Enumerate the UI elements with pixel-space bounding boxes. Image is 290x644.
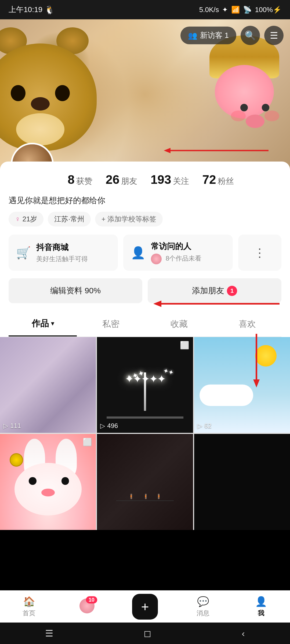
wifi-icon: 📡	[243, 6, 252, 14]
works-grid: ▷ 111 ✦✦✦✦✦ ✦✦✦ ✦✦ ⬜ ▷ 496 ▷ 62	[0, 337, 290, 530]
stat-friends[interactable]: 26 朋友	[106, 172, 137, 187]
service-visitors-subtitle: 8个作品未看	[151, 254, 201, 264]
video-icon-2: ⬜	[180, 341, 189, 350]
search-icon: 🔍	[245, 30, 256, 41]
pig-eye-right	[262, 104, 269, 111]
visitor-label: 新访客 1	[200, 30, 229, 41]
nav-messages-label: 消息	[197, 609, 209, 617]
play-num-2: 496	[107, 422, 118, 430]
likes-count: 8	[68, 172, 75, 187]
add-friend-label: 添加朋友	[192, 285, 224, 296]
service-shop-info: 抖音商城 美好生活触手可得	[36, 242, 88, 263]
tab-works[interactable]: 作品 ▾	[9, 312, 77, 336]
message-icon: 💬	[197, 596, 209, 607]
following-label: 关注	[173, 176, 189, 187]
play-icon-1: ▷	[3, 422, 8, 430]
header-nav: 👥 新访客 1 🔍 ☰	[180, 26, 284, 45]
dropdown-icon: ▾	[51, 320, 54, 327]
sys-home-icon: ◻	[144, 628, 151, 639]
nav-home-label: 首页	[23, 609, 35, 617]
pig-cheek-left	[231, 111, 246, 121]
service-visitors[interactable]: 👤 常访问的人 8个作品未看	[123, 235, 233, 271]
grid-item-2[interactable]: ✦✦✦✦✦ ✦✦✦ ✦✦ ⬜ ▷ 496	[97, 337, 193, 433]
grid-item-5[interactable]	[97, 434, 193, 530]
qq-icon: 🐧	[45, 5, 55, 14]
edit-profile-button[interactable]: 编辑资料 90%	[9, 278, 142, 303]
following-count: 193	[151, 172, 171, 187]
add-friend-button[interactable]: 添加朋友 1	[148, 278, 281, 303]
grid-item-3[interactable]: ▷ 62	[194, 337, 290, 433]
nav-home[interactable]: 🏠 首页	[0, 596, 58, 617]
nav-create[interactable]: +	[116, 594, 174, 620]
tab-saved[interactable]: 收藏	[145, 312, 213, 336]
followers-label: 粉丝	[218, 176, 234, 187]
service-shop-subtitle: 美好生活触手可得	[36, 255, 88, 263]
nav-me[interactable]: 👤 我	[232, 596, 290, 617]
bear-nose	[31, 97, 50, 111]
menu-button[interactable]: ☰	[264, 26, 284, 45]
bear-eye-right	[55, 85, 70, 101]
service-shop[interactable]: 🛒 抖音商城 美好生活触手可得	[9, 235, 118, 271]
nav-messages[interactable]: 💬 消息	[174, 596, 232, 617]
play-count-1: ▷ 111	[3, 422, 21, 430]
pig-head	[215, 65, 274, 119]
age-text: 21岁	[23, 214, 37, 224]
sun	[255, 345, 277, 367]
service-row: 🛒 抖音商城 美好生活触手可得 👤 常访问的人 8个作品未看 ⋮	[9, 235, 281, 271]
stat-following[interactable]: 193 关注	[151, 172, 189, 187]
friends-count: 26	[106, 172, 119, 187]
stat-followers[interactable]: 72 粉丝	[202, 172, 234, 187]
location-text: 江苏·常州	[54, 214, 84, 224]
tag-age: ♀ 21岁	[9, 212, 44, 226]
service-more[interactable]: ⋮	[238, 235, 281, 271]
play-num-1: 111	[10, 422, 21, 430]
nav-me-label: 我	[258, 609, 264, 617]
grid-item-6[interactable]	[194, 434, 290, 530]
service-visitors-info: 常访问的人 8个作品未看	[151, 241, 201, 264]
visitor-button[interactable]: 👥 新访客 1	[180, 27, 236, 44]
time: 上午10:19	[9, 5, 42, 15]
tag-location: 江苏·常州	[48, 212, 90, 226]
create-button[interactable]: +	[132, 594, 158, 620]
bear-illustration	[0, 27, 124, 167]
grid-item-1[interactable]: ▷ 111	[0, 337, 96, 433]
shop-icon: 🛒	[16, 246, 31, 260]
profile-section: 8 获赞 26 朋友 193 关注 72 粉丝 遇见你就是想把好的都给你 ♀ 2…	[0, 162, 290, 337]
add-tag-button[interactable]: + 添加学校等标签	[95, 212, 163, 226]
search-button[interactable]: 🔍	[241, 26, 260, 45]
person-icon: 👤	[131, 246, 146, 260]
grid-item-4[interactable]: ⬜	[0, 434, 96, 530]
stat-likes[interactable]: 8 获赞	[68, 172, 92, 187]
followers-count: 72	[202, 172, 216, 187]
nav-feed[interactable]: 10	[58, 598, 116, 615]
play-num-3: 62	[204, 422, 212, 430]
video-icon-4: ⬜	[83, 438, 92, 447]
bluetooth-icon: ✦	[222, 6, 228, 14]
tab-private[interactable]: 私密	[77, 312, 145, 336]
nav-badge: 10	[86, 596, 97, 603]
play-count-3: ▷ 62	[197, 422, 212, 430]
add-friend-badge: 1	[227, 286, 237, 296]
menu-icon: ☰	[270, 30, 278, 41]
bottom-nav: 🏠 首页 10 + 💬 消息 👤 我	[0, 590, 290, 623]
tabs-row: 作品 ▾ 私密 收藏 喜欢	[9, 312, 281, 337]
status-bar: 上午10:19 🐧 5.0K/s ✦ 📶 📡 100%⚡	[0, 0, 290, 19]
bear-head	[0, 43, 97, 151]
edit-label: 编辑资料 90%	[50, 285, 101, 296]
pig-cheek-right	[264, 111, 279, 121]
me-icon: 👤	[255, 596, 267, 607]
bear-snout	[16, 113, 64, 145]
gender-icon: ♀	[15, 215, 20, 223]
stats-row: 8 获赞 26 朋友 193 关注 72 粉丝	[9, 162, 281, 194]
more-icon: ⋮	[254, 246, 266, 259]
cloud	[200, 385, 253, 406]
visitor-icon: 👥	[188, 31, 197, 40]
bear-eye-left	[11, 85, 26, 101]
tags-row: ♀ 21岁 江苏·常州 + 添加学校等标签	[9, 212, 281, 226]
bio-text: 遇见你就是想把好的都给你	[9, 194, 281, 206]
sys-menu-icon: ☰	[45, 628, 53, 639]
plus-icon: +	[141, 599, 149, 614]
tab-liked[interactable]: 喜欢	[213, 312, 281, 336]
tab-works-label: 作品	[32, 318, 49, 330]
pig-character	[204, 35, 285, 148]
